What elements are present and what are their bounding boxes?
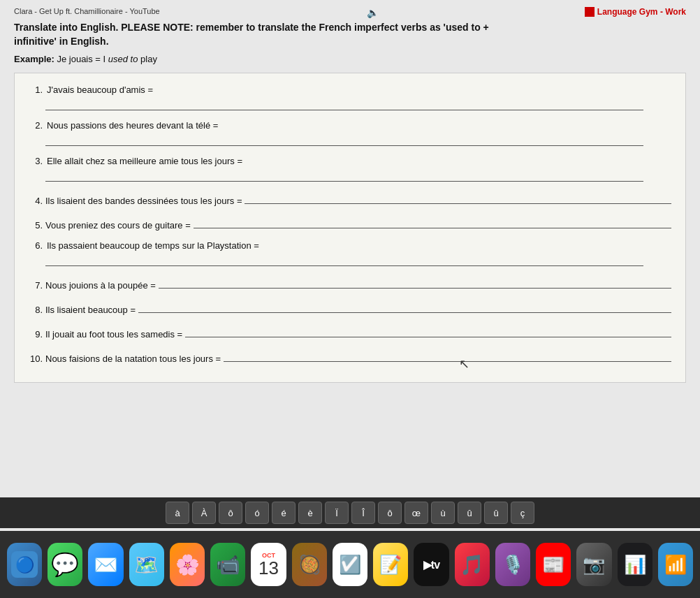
q2-text: Nous passions des heures devant la télé … bbox=[47, 120, 218, 131]
question-5: 5. Vous preniez des cours de guitare = bbox=[29, 216, 671, 231]
key-a-grave[interactable]: à bbox=[166, 502, 189, 524]
q6-text: Ils passaient beaucoup de temps sur la P… bbox=[47, 240, 259, 251]
stocks-icon: 📊 bbox=[624, 554, 646, 576]
wifi-icon: 📶 bbox=[664, 554, 687, 576]
appletv-icon: ▶tv bbox=[423, 558, 439, 571]
notes-icon: 📝 bbox=[379, 554, 402, 576]
question-3: 3. Elle allait chez sa meilleure amie to… bbox=[29, 156, 671, 182]
calendar-day: 13 bbox=[258, 559, 279, 577]
q1-number: 1. bbox=[29, 85, 43, 95]
browser-tab: Clara - Get Up ft. Chamillionaire - YouT… bbox=[14, 7, 160, 15]
question-1: 1. J'avais beaucoup d'amis = bbox=[29, 85, 671, 110]
key-u-grave[interactable]: ù bbox=[431, 502, 455, 524]
q1-text: J'avais beaucoup d'amis = bbox=[47, 85, 153, 95]
key-e-grave[interactable]: è bbox=[298, 502, 322, 524]
key-oe[interactable]: œ bbox=[404, 502, 428, 524]
photos-icon: 🌸 bbox=[175, 553, 200, 576]
q7-answer-line[interactable] bbox=[159, 276, 671, 289]
dock-icon-music[interactable]: 🎵 bbox=[455, 543, 490, 586]
q6-number: 6. bbox=[29, 240, 43, 251]
brand-icon bbox=[585, 7, 595, 17]
top-bar: Clara - Get Up ft. Chamillionaire - YouT… bbox=[14, 7, 686, 17]
q10-number: 10. bbox=[29, 353, 43, 364]
reminders-icon: ☑️ bbox=[339, 554, 361, 576]
key-o-circ[interactable]: ô bbox=[219, 502, 242, 524]
mail-icon: ✉️ bbox=[94, 553, 118, 576]
q8-number: 8. bbox=[29, 305, 43, 315]
q8-answer-line[interactable] bbox=[138, 300, 671, 313]
dock-icon-news[interactable]: 📰 bbox=[536, 543, 571, 586]
key-A-grave[interactable]: À bbox=[192, 502, 216, 524]
dock-icon-stocks[interactable]: 📊 bbox=[618, 543, 652, 586]
messages-icon: 💬 bbox=[51, 551, 79, 578]
q5-answer-line[interactable] bbox=[194, 216, 671, 228]
key-e-acute[interactable]: é bbox=[272, 502, 296, 524]
question-2: 2. Nous passions des heures devant la té… bbox=[29, 120, 671, 146]
q7-text: Nous jouions à la poupée = bbox=[45, 280, 156, 291]
dock-icon-finder[interactable]: 🔵 bbox=[7, 543, 42, 586]
dock-icon-facetime[interactable]: 📹 bbox=[210, 543, 245, 586]
instruction-line1: Translate into English. PLEASE NOTE: rem… bbox=[14, 22, 489, 33]
q6-row: 6. Ils passaient beaucoup de temps sur l… bbox=[29, 240, 671, 251]
instructions: Translate into English. PLEASE NOTE: rem… bbox=[14, 21, 686, 48]
dock-icon-calendar[interactable]: OCT 13 bbox=[251, 543, 286, 586]
question-4: 4. Ils lisaient des bandes dessinées tou… bbox=[29, 191, 671, 206]
q2-row: 2. Nous passions des heures devant la té… bbox=[29, 120, 671, 131]
key-o-circ2[interactable]: ô bbox=[378, 502, 402, 524]
key-u-circ2[interactable]: û bbox=[484, 502, 508, 524]
key-I-uml[interactable]: Ï bbox=[325, 502, 349, 524]
q3-answer-line[interactable] bbox=[45, 169, 643, 182]
key-u-circ1[interactable]: û bbox=[458, 502, 481, 524]
q3-text: Elle allait chez sa meilleure amie tous … bbox=[47, 156, 242, 166]
example-label: Example: bbox=[14, 54, 54, 64]
keyboard-accent-row: à À ô ó é è Ï Î ô œ ù û û ç bbox=[0, 497, 700, 528]
question-10: 10. Nous faisions de la natation tous le… bbox=[29, 349, 671, 364]
q4-number: 4. bbox=[29, 196, 43, 206]
news-icon: 📰 bbox=[542, 554, 564, 576]
q4-answer-line[interactable] bbox=[245, 191, 671, 204]
worksheet-box: 1. J'avais beaucoup d'amis = 2. Nous pas… bbox=[14, 73, 686, 383]
key-o-acute[interactable]: ó bbox=[245, 502, 269, 524]
q3-number: 3. bbox=[29, 156, 43, 166]
key-c-cedilla[interactable]: ç bbox=[511, 502, 534, 524]
q9-answer-line[interactable] bbox=[185, 325, 671, 337]
example-text: Je jouais = I used to play bbox=[57, 54, 156, 64]
q9-number: 9. bbox=[29, 329, 43, 340]
q5-number: 5. bbox=[29, 220, 43, 231]
dock: 🔵 💬 ✉️ 🗺️ 🌸 📹 OCT 13 🥘 ☑️ 📝 ▶tv 🎵 bbox=[0, 531, 700, 598]
svg-text:🔵: 🔵 bbox=[15, 555, 35, 574]
q9-text: Il jouait au foot tous les samedis = bbox=[45, 329, 182, 340]
q6-answer-line[interactable] bbox=[45, 254, 643, 266]
question-8: 8. Ils lisaient beaucoup = bbox=[29, 300, 671, 315]
brand-name: Language Gym - Work bbox=[597, 7, 686, 17]
q1-row: 1. J'avais beaucoup d'amis = bbox=[29, 85, 671, 95]
example: Example: Je jouais = I used to play bbox=[14, 54, 686, 64]
dock-icon-photobooth[interactable]: 📷 bbox=[576, 543, 611, 586]
q2-answer-line[interactable] bbox=[45, 133, 643, 146]
q2-number: 2. bbox=[29, 120, 43, 131]
podcasts-icon: 🎙️ bbox=[502, 554, 524, 576]
dock-icon-notes[interactable]: 📝 bbox=[373, 543, 408, 586]
q10-text: Nous faisions de la natation tous les jo… bbox=[45, 353, 221, 364]
dock-icon-messages[interactable]: 💬 bbox=[48, 543, 82, 586]
key-I-circ[interactable]: Î bbox=[351, 502, 375, 524]
dock-icon-mail[interactable]: ✉️ bbox=[88, 543, 123, 586]
question-7: 7. Nous jouions à la poupée = bbox=[29, 276, 671, 291]
q8-text: Ils lisaient beaucoup = bbox=[45, 305, 136, 315]
q7-number: 7. bbox=[29, 280, 43, 291]
q10-answer-line[interactable] bbox=[224, 349, 671, 362]
q1-answer-line[interactable] bbox=[45, 98, 643, 110]
dock-icon-reminders[interactable]: ☑️ bbox=[333, 543, 367, 586]
worksheet-container: Clara - Get Up ft. Chamillionaire - YouT… bbox=[0, 0, 700, 531]
recipe-icon: 🥘 bbox=[298, 554, 321, 576]
dock-icon-appletv[interactable]: ▶tv bbox=[414, 543, 449, 586]
dock-icon-wifi[interactable]: 📶 bbox=[658, 543, 693, 586]
dock-icon-maps[interactable]: 🗺️ bbox=[129, 543, 164, 586]
dock-icon-recipe[interactable]: 🥘 bbox=[292, 543, 327, 586]
question-6: 6. Ils passaient beaucoup de temps sur l… bbox=[29, 240, 671, 266]
dock-icon-podcasts[interactable]: 🎙️ bbox=[495, 543, 530, 586]
dock-icon-photos[interactable]: 🌸 bbox=[170, 543, 205, 586]
q5-text: Vous preniez des cours de guitare = bbox=[45, 220, 191, 231]
brand-area: Language Gym - Work bbox=[585, 7, 686, 17]
q3-row: 3. Elle allait chez sa meilleure amie to… bbox=[29, 156, 671, 166]
